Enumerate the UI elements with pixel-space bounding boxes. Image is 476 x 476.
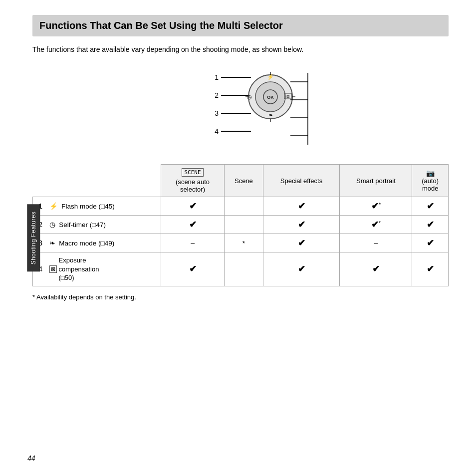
row-1-function: ⚡ Flash mode (□45) — [47, 197, 161, 216]
check-icon: ✔ — [371, 201, 379, 211]
scene-auto-icon: SCENE — [182, 168, 203, 177]
check-icon: ✔ — [427, 201, 434, 211]
footnote-text: * Availability depends on the setting. — [32, 293, 449, 301]
row-4-smart-portrait: ✔ — [340, 252, 412, 286]
col-header-smart-portrait: Smart portrait — [340, 165, 412, 197]
row-4-scene — [225, 252, 263, 286]
row-4-auto-mode: ✔ — [412, 252, 449, 286]
table-row: 1 ⚡ Flash mode (□45) ✔ ✔ ✔* ✔ — [33, 197, 449, 216]
row-3-scene: * — [225, 234, 263, 252]
row-2-function: ◷ Self-timer (□47) — [47, 216, 161, 234]
check-icon: ✔ — [372, 264, 380, 274]
flash-icon: ⚡ — [49, 203, 58, 210]
table-row: 4 ⊠ Exposure compensation (□50) ✔ ✔ ✔ ✔ — [33, 252, 449, 286]
row-2-scene-auto: ✔ — [161, 216, 224, 234]
row-4-function: ⊠ Exposure compensation (□50) — [47, 252, 161, 286]
row-2-scene — [225, 216, 263, 234]
row-3-label: Macro mode (□49) — [59, 239, 114, 247]
auto-mode-camera-icon: 📷 — [426, 169, 435, 177]
diagram-label-1: 1 — [211, 73, 219, 81]
dash-symbol: – — [374, 239, 378, 247]
row-1-label: Flash mode (□45) — [61, 203, 114, 210]
sidebar-label: Shooting Features — [27, 205, 40, 272]
diagram-area: 1 2 3 4 — [32, 64, 449, 149]
exposure-label-group: ⊠ Exposure compensation (□50) — [49, 256, 158, 282]
row-2-special-effects: ✔ — [263, 216, 340, 234]
col-scene-auto-label2: selector) — [180, 186, 205, 193]
check-icon: ✔ — [427, 264, 434, 274]
diagram-label-2: 2 — [211, 91, 219, 99]
row-4-special-effects: ✔ — [263, 252, 340, 286]
col-header-scene-auto: SCENE (scene auto selector) — [161, 165, 224, 197]
row-3-smart-portrait: – — [340, 234, 412, 252]
function-table: SCENE (scene auto selector) Scene Specia… — [32, 164, 449, 286]
page-number: 44 — [27, 454, 35, 462]
check-icon: ✔ — [427, 238, 434, 248]
svg-text:OK: OK — [267, 95, 274, 100]
self-timer-icon: ◷ — [49, 221, 55, 229]
dash-symbol: – — [191, 239, 195, 247]
row-1-auto-mode: ✔ — [412, 197, 449, 216]
diagram-label-3: 3 — [211, 109, 219, 117]
svg-text:⊠: ⊠ — [286, 94, 290, 99]
check-icon: ✔ — [298, 201, 305, 211]
row-1-scene-auto: ✔ — [161, 197, 224, 216]
row-3-function: ❧ Macro mode (□49) — [47, 234, 161, 252]
macro-icon: ❧ — [49, 239, 55, 247]
svg-text:❧: ❧ — [268, 112, 273, 118]
row-4-scene-auto: ✔ — [161, 252, 224, 286]
table-row: 3 ❧ Macro mode (□49) – * ✔ – ✔ — [33, 234, 449, 252]
row-1-scene — [225, 197, 263, 216]
col-auto-mode-label: (auto) — [422, 177, 439, 185]
row-4-label: Exposure compensation (□50) — [59, 256, 99, 282]
row-1-smart-portrait: ✔* — [340, 197, 412, 216]
check-icon: ✔ — [189, 201, 197, 211]
diagram-label-4: 4 — [211, 127, 219, 135]
check-icon: ✔ — [427, 220, 434, 230]
col-auto-mode-label2: mode — [422, 185, 439, 192]
diagram-inner: 1 2 3 4 — [171, 64, 310, 149]
page-title: Functions That Can Be Set Using the Mult… — [39, 20, 442, 31]
row-2-smart-portrait: ✔* — [340, 216, 412, 234]
check-icon: ✔ — [298, 238, 305, 248]
row-1-special-effects: ✔ — [263, 197, 340, 216]
bracket-lines — [290, 73, 310, 145]
col-header-scene: Scene — [225, 165, 263, 197]
row-3-special-effects: ✔ — [263, 234, 340, 252]
row-3-scene-auto: – — [161, 234, 224, 252]
page-container: Shooting Features Functions That Can Be … — [0, 0, 476, 476]
col-scene-auto-label: (scene auto — [176, 178, 210, 186]
check-icon: ✔ — [298, 220, 305, 230]
title-box: Functions That Can Be Set Using the Mult… — [32, 15, 449, 36]
check-icon: ✔ — [189, 220, 197, 230]
check-icon: ✔ — [298, 264, 305, 274]
row-2-label: Self-timer (□47) — [59, 221, 106, 229]
camera-dial-diagram: OK ⚡ ◷ ❧ ⊠ — [245, 72, 295, 122]
row-3-auto-mode: ✔ — [412, 234, 449, 252]
col-header-special-effects: Special effects — [263, 165, 340, 197]
asterisk-sup: * — [379, 202, 381, 208]
table-row: 2 ◷ Self-timer (□47) ✔ ✔ ✔* ✔ — [33, 216, 449, 234]
check-icon: ✔ — [371, 220, 379, 230]
diagram-line-4 — [221, 131, 251, 132]
check-icon: ✔ — [189, 264, 197, 274]
exposure-icon: ⊠ — [49, 265, 57, 273]
row-2-auto-mode: ✔ — [412, 216, 449, 234]
asterisk-sup: * — [379, 220, 381, 226]
col-header-auto-mode: 📷 (auto) mode — [412, 165, 449, 197]
subtitle-text: The functions that are available vary de… — [32, 45, 449, 53]
